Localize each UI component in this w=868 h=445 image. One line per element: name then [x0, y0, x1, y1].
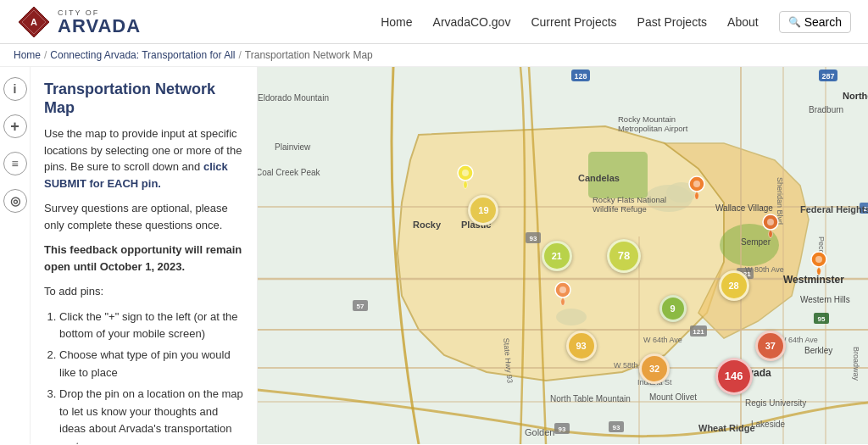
map-pin[interactable]: [810, 250, 828, 278]
logo-icon: A: [17, 5, 51, 39]
svg-point-78: [767, 219, 774, 225]
search-label: Search: [804, 15, 842, 29]
intro-text: Use the map to provide input at specific…: [44, 125, 243, 192]
svg-text:Regis University: Regis University: [745, 398, 806, 408]
map-pin[interactable]: [687, 175, 706, 203]
svg-text:128: 128: [574, 72, 587, 81]
search-button[interactable]: 🔍 Search: [779, 11, 851, 33]
map-pin[interactable]: [554, 281, 572, 309]
main-nav: Home ArvadaCO.gov Current Projects Past …: [381, 11, 851, 33]
plus-icon: +: [10, 118, 19, 136]
svg-text:Metropolitan Airport: Metropolitan Airport: [618, 124, 688, 133]
sidebar-icons: i + ≡ ◎: [0, 67, 31, 444]
svg-text:Coal Creek Peak: Coal Creek Peak: [258, 168, 321, 177]
svg-text:Western Hills: Western Hills: [800, 295, 850, 304]
cluster-pin[interactable]: 146: [715, 358, 753, 395]
svg-point-80: [815, 256, 822, 263]
cluster-pin[interactable]: 32: [639, 353, 670, 384]
filter-icon: ≡: [11, 157, 18, 170]
nav-past-projects[interactable]: Past Projects: [637, 15, 707, 29]
bc-current: Transportation Network Map: [245, 49, 373, 61]
location-button[interactable]: ◎: [3, 189, 27, 213]
svg-point-76: [693, 181, 700, 187]
bc-connecting[interactable]: Connecting Arvada: Transportation for Al…: [50, 49, 235, 61]
svg-text:Lakeside: Lakeside: [751, 420, 785, 429]
svg-text:Berkley: Berkley: [804, 346, 832, 355]
svg-text:A: A: [31, 17, 37, 27]
content-panel: Transportation Network Map Use the map t…: [31, 67, 258, 444]
svg-text:287: 287: [821, 72, 834, 81]
logo-text: CITY OF ARVADA: [58, 8, 141, 36]
svg-text:Wheat Ridge: Wheat Ridge: [698, 423, 755, 433]
svg-text:Plainview: Plainview: [275, 142, 311, 152]
nav-home[interactable]: Home: [381, 15, 412, 29]
nav-current-projects[interactable]: Current Projects: [531, 15, 616, 29]
svg-text:Candelas: Candelas: [578, 173, 620, 183]
svg-text:Rocky Mountain: Rocky Mountain: [618, 114, 676, 124]
filter-button[interactable]: ≡: [3, 152, 27, 175]
main-layout: i + ≡ ◎ Transportation Network Map Use t…: [0, 67, 868, 444]
map-pin[interactable]: [456, 164, 475, 192]
add-pins-label: To add pins:: [44, 283, 243, 300]
svg-text:W 64th Ave: W 64th Ave: [643, 336, 682, 344]
svg-text:Rocky: Rocky: [413, 220, 442, 230]
svg-text:93: 93: [613, 424, 620, 431]
svg-text:Federal Heights: Federal Heights: [800, 204, 868, 214]
svg-text:Bradburn: Bradburn: [809, 105, 843, 114]
svg-text:W 80th Ave: W 80th Ave: [745, 265, 784, 274]
deadline-notice: This feedback opportunity will remain op…: [44, 242, 243, 275]
info-icon: i: [14, 82, 17, 96]
svg-text:Wildlife Refuge: Wildlife Refuge: [593, 204, 647, 214]
cluster-pin[interactable]: 78: [607, 239, 641, 273]
svg-text:93: 93: [530, 235, 537, 242]
step-3: Drop the pin on a location on the map to…: [59, 386, 243, 444]
svg-text:93: 93: [559, 426, 566, 433]
info-button[interactable]: i: [3, 77, 27, 101]
steps-list: Click the "+" sign to the left (or at th…: [59, 309, 243, 444]
survey-note: Survey questions are optional, please on…: [44, 200, 243, 233]
svg-text:Rocky Flats National: Rocky Flats National: [593, 195, 666, 204]
svg-text:Wallace Village: Wallace Village: [715, 203, 773, 213]
svg-text:95: 95: [818, 315, 826, 323]
svg-point-82: [559, 286, 566, 293]
svg-text:Eldorado Mountain: Eldorado Mountain: [258, 93, 329, 103]
nav-arvadacogov[interactable]: ArvadaCO.gov: [433, 15, 511, 29]
step-2: Choose what type of pin you would like t…: [59, 347, 243, 382]
svg-text:Northglen: Northglen: [843, 91, 868, 101]
cluster-pin[interactable]: 9: [659, 295, 687, 322]
svg-text:Broadway: Broadway: [852, 347, 860, 381]
svg-text:North Table Mountain: North Table Mountain: [550, 394, 631, 403]
cluster-pin[interactable]: 19: [468, 195, 498, 225]
map-pin[interactable]: [761, 213, 780, 241]
header: A CITY OF ARVADA Home ArvadaCO.gov Curre…: [0, 0, 868, 44]
step-1: Click the "+" sign to the left (or at th…: [59, 309, 243, 344]
cluster-pin[interactable]: 37: [755, 331, 786, 361]
logo-arvada-label: ARVADA: [58, 17, 141, 36]
bc-home[interactable]: Home: [14, 49, 41, 61]
cluster-pin[interactable]: 21: [542, 241, 572, 271]
svg-text:Golden: Golden: [525, 427, 554, 437]
location-icon: ◎: [10, 194, 20, 208]
cluster-pin[interactable]: 93: [566, 331, 597, 361]
breadcrumb: Home / Connecting Arvada: Transportation…: [0, 44, 868, 67]
add-pin-button[interactable]: +: [3, 114, 27, 138]
logo-area[interactable]: A CITY OF ARVADA: [17, 5, 141, 39]
page-title: Transportation Network Map: [44, 81, 243, 117]
map-area[interactable]: 128 287 57 93 93 93 121 121 95 25 Eldora…: [258, 67, 868, 444]
svg-text:121: 121: [693, 328, 704, 336]
cluster-pin[interactable]: 28: [719, 270, 749, 301]
svg-text:Mount Olivet: Mount Olivet: [649, 392, 697, 402]
search-icon: 🔍: [788, 16, 801, 28]
svg-text:57: 57: [357, 303, 364, 310]
nav-about[interactable]: About: [727, 15, 759, 29]
svg-point-74: [462, 170, 469, 176]
